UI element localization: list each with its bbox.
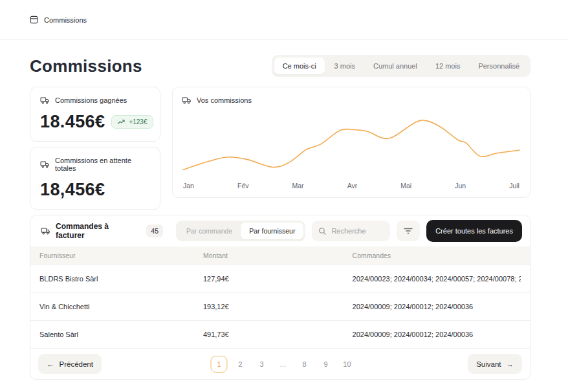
- filter-icon: [404, 228, 413, 234]
- cell-fournisseur: Salento Sàrl: [39, 321, 203, 348]
- page-number-3[interactable]: 3: [253, 356, 270, 373]
- stat-label: Commissions en attente totales: [55, 157, 150, 172]
- panel-icon: [30, 16, 38, 24]
- cell-montant: 193,12€: [203, 293, 353, 320]
- table-header: Fournisseur Montant Commandes: [30, 246, 530, 265]
- pagination-bar: ← Précédent 1 2 3 … 8 9 10 Suivant →: [30, 348, 530, 379]
- x-tick: Fév: [237, 182, 249, 190]
- cell-commandes: 2024/00009; 2024/00012; 2024/00036: [353, 293, 521, 320]
- x-tick: Jun: [455, 182, 466, 190]
- cell-montant: 491,73€: [203, 321, 353, 348]
- search-input[interactable]: [331, 227, 384, 235]
- page-number-1[interactable]: 1: [210, 356, 227, 373]
- chart-x-axis: Jan Fév Mar Avr Mai Jun Juil: [182, 180, 521, 192]
- tab-personnalise[interactable]: Personnalisé: [470, 58, 528, 74]
- stat-value-gagnees: 18.456€: [40, 112, 105, 132]
- truck-icon: [41, 227, 50, 235]
- tab-cumul-annuel[interactable]: Cumul annuel: [365, 58, 426, 74]
- page-number-2[interactable]: 2: [232, 356, 248, 373]
- commissions-chart-card: Vos commissions Jan Fév Mar Avr Mai Jun …: [172, 87, 530, 198]
- x-tick: Avr: [347, 182, 358, 190]
- stat-card-commissions-gagnees: Commissions gagnées 18.456€ +123€: [30, 87, 160, 142]
- x-tick: Juil: [509, 182, 519, 190]
- trend-up-icon: [117, 119, 126, 125]
- column-header-commandes: Commandes: [353, 246, 521, 265]
- stat-value-attente: 18,456€: [40, 180, 105, 200]
- truck-icon: [40, 96, 50, 104]
- search-box: [312, 221, 390, 241]
- next-page-button[interactable]: Suivant →: [468, 354, 522, 374]
- arrow-right-icon: →: [507, 360, 514, 368]
- arrow-left-icon: ←: [47, 360, 54, 368]
- truck-icon: [182, 96, 191, 104]
- search-icon: [318, 227, 327, 235]
- breadcrumb[interactable]: Commissions: [44, 16, 87, 24]
- trend-badge-value: +123€: [129, 118, 147, 125]
- count-badge: 45: [146, 224, 163, 237]
- page-number-10[interactable]: 10: [338, 356, 355, 373]
- page-number-9[interactable]: 9: [317, 356, 334, 373]
- segment-par-commande[interactable]: Par commande: [178, 223, 241, 239]
- table-row[interactable]: Salento Sàrl 491,73€ 2024/00009; 2024/00…: [30, 320, 530, 348]
- tab-3-mois[interactable]: 3 mois: [326, 58, 364, 74]
- page-title: Commissions: [30, 56, 142, 76]
- table-row[interactable]: BLDRS Bistro Sàrl 127,94€ 2024/00023; 20…: [30, 265, 530, 292]
- next-label: Suivant: [476, 360, 501, 368]
- x-tick: Jan: [183, 182, 194, 190]
- filter-button[interactable]: [397, 221, 420, 241]
- cell-fournisseur: BLDRS Bistro Sàrl: [39, 265, 203, 292]
- x-tick: Mar: [292, 182, 304, 190]
- stat-card-commissions-attente: Commissions en attente totales 18,456€: [30, 147, 160, 210]
- cell-commandes: 2024/00023; 2024/00034; 2024/00057; 2024…: [353, 265, 521, 292]
- column-header-montant: Montant: [203, 246, 353, 265]
- tab-12-mois[interactable]: 12 mois: [427, 58, 469, 74]
- trend-badge: +123€: [111, 115, 153, 129]
- column-header-fournisseur: Fournisseur: [39, 246, 203, 265]
- tab-ce-mois-ci[interactable]: Ce mois-ci: [274, 58, 325, 74]
- view-mode-switch: Par commande Par fournisseur: [176, 221, 305, 241]
- orders-table-card: Commandes à facturer 45 Par commande Par…: [30, 215, 530, 380]
- x-tick: Mai: [400, 182, 411, 190]
- topbar: Commissions: [0, 0, 568, 40]
- main-content: Commissions Ce mois-ci 3 mois Cumul annu…: [0, 40, 568, 380]
- cell-commandes: 2024/00009; 2024/00012; 2024/00036: [353, 321, 521, 348]
- commissions-line-chart: [182, 107, 521, 180]
- previous-page-button[interactable]: ← Précédent: [38, 354, 102, 374]
- chart-title: Vos commissions: [197, 96, 252, 104]
- previous-label: Précédent: [60, 360, 93, 368]
- create-invoices-button[interactable]: Créer toutes les factures: [426, 220, 522, 242]
- table-row[interactable]: Vin & Chicchetti 193,12€ 2024/00009; 202…: [30, 292, 530, 320]
- table-title: Commandes à facturer: [56, 222, 138, 240]
- page-number-8[interactable]: 8: [296, 356, 312, 373]
- period-tabs: Ce mois-ci 3 mois Cumul annuel 12 mois P…: [272, 55, 530, 77]
- cell-fournisseur: Vin & Chicchetti: [39, 293, 203, 320]
- segment-par-fournisseur[interactable]: Par fournisseur: [241, 223, 303, 239]
- page-numbers: 1 2 3 … 8 9 10: [210, 356, 355, 373]
- cell-montant: 127,94€: [203, 265, 353, 292]
- page-ellipsis: …: [274, 356, 291, 373]
- truck-icon: [40, 160, 50, 168]
- stat-label: Commissions gagnées: [55, 96, 127, 104]
